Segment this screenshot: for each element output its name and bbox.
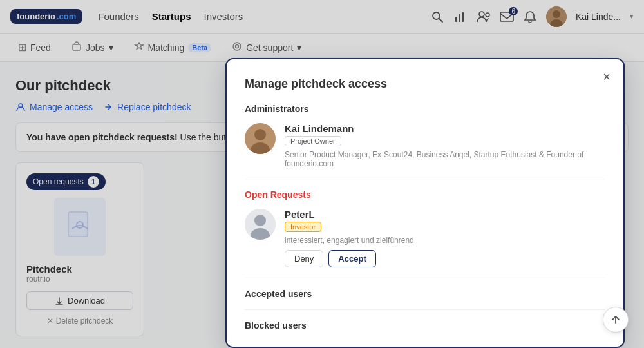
svg-point-22 — [254, 215, 266, 226]
admin-row: Kai Lindemann Project Owner Senior Produ… — [245, 123, 605, 168]
modal-title: Manage pitchdeck access — [245, 77, 605, 91]
section-divider-2 — [245, 278, 605, 278]
requester-description: interessiert, engagiert und zielführend — [285, 236, 605, 245]
open-requests-section-title: Open Requests — [245, 189, 605, 200]
investor-badge: Investor — [285, 222, 321, 232]
requester-name: PeterL — [285, 209, 605, 220]
admin-avatar — [245, 123, 276, 154]
admin-info: Kai Lindemann Project Owner Senior Produ… — [285, 123, 605, 168]
request-row: PeterL Investor interessiert, engagiert … — [245, 209, 605, 267]
blocked-users-section: Blocked users — [245, 320, 605, 331]
accept-button[interactable]: Accept — [328, 250, 375, 267]
section-divider — [245, 179, 605, 179]
requester-info: PeterL Investor interessiert, engagiert … — [285, 209, 605, 267]
accepted-users-section: Accepted users — [245, 289, 605, 299]
accepted-section-title: Accepted users — [245, 289, 605, 299]
admin-description: Senior Product Manager, Ex-Scout24, Busi… — [285, 150, 605, 168]
pitchdeck-access-modal: Manage pitchdeck access × Administrators… — [225, 58, 625, 348]
requester-avatar — [245, 209, 276, 240]
deny-button[interactable]: Deny — [285, 250, 323, 267]
modal-overlay: Manage pitchdeck access × Administrators… — [0, 0, 644, 348]
admin-name: Kai Lindemann — [285, 123, 605, 134]
svg-point-19 — [254, 129, 266, 140]
admin-role-badge: Project Owner — [285, 136, 341, 146]
modal-close-button[interactable]: × — [603, 70, 611, 84]
scroll-top-button[interactable] — [603, 307, 629, 333]
administrators-section-title: Administrators — [245, 104, 605, 114]
blocked-section-title: Blocked users — [245, 320, 605, 331]
request-actions: Deny Accept — [285, 250, 605, 267]
section-divider-3 — [245, 309, 605, 310]
